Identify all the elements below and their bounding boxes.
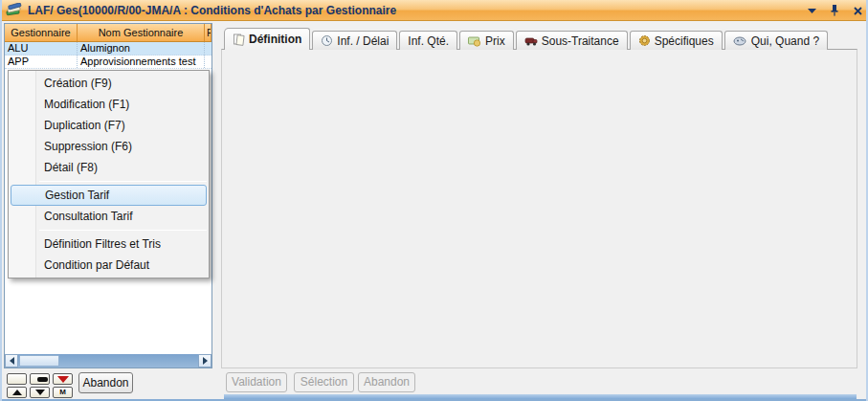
close-button[interactable] (851, 4, 864, 17)
validation-button[interactable]: Validation (226, 372, 287, 392)
clock-icon (321, 34, 333, 47)
tab-label: Qui, Quand ? (751, 34, 819, 48)
tab-label: Définition (249, 33, 301, 46)
gear-icon (638, 34, 651, 47)
m-marker-icon: M (59, 389, 66, 396)
window-menu-button[interactable] (805, 4, 818, 17)
menu-item-gestion-tarif[interactable]: Gestion Tarif (11, 185, 207, 206)
nav-current-record-button[interactable] (30, 373, 50, 385)
nav-down-button[interactable] (30, 387, 50, 398)
column-header-nom-gestionnaire[interactable]: Nom Gestionnaire (78, 24, 205, 41)
caret-up-icon (12, 390, 22, 395)
tab-definition[interactable]: Définition (224, 28, 310, 50)
tab-inf-delai[interactable]: Inf. / Délai (312, 31, 397, 50)
menu-item-detail[interactable]: Détail (F8) (9, 157, 209, 178)
caret-down-icon (35, 390, 45, 395)
books-stack-icon (6, 3, 22, 17)
app-window: LAF/ Ges(10000/R/00-JMA/A : Conditions d… (0, 0, 868, 401)
scroll-left-button[interactable] (5, 354, 18, 368)
scroll-right-button[interactable] (198, 354, 211, 368)
cell-name: Approvisionnements test (78, 56, 205, 68)
tab-label: Inf. / Délai (337, 34, 389, 48)
tab-inf-qte[interactable]: Inf. Qté. (399, 31, 457, 50)
tab-label: Sous-Traitance (542, 34, 619, 48)
machine-icon (524, 35, 538, 47)
close-icon (854, 7, 862, 15)
horizontal-scrollbar[interactable] (5, 354, 211, 368)
menu-item-definition-filtres[interactable]: Définition Filtres et Tris (9, 234, 209, 255)
push-pin-icon (830, 5, 839, 16)
cell-code: APP (5, 56, 78, 68)
chevron-down-icon (808, 9, 816, 13)
abandon-disabled-button[interactable]: Abandon (358, 372, 415, 392)
record-bar-icon (37, 377, 48, 382)
menu-item-duplication[interactable]: Duplication (F7) (9, 115, 209, 136)
tab-prix[interactable]: Prix (459, 31, 514, 50)
grid-header: Gestionnaire Nom Gestionnaire Fo (5, 24, 211, 42)
menu-item-creation[interactable]: Création (F9) (9, 73, 209, 94)
tab-strip: Définition Inf. / Délai Inf. Qté. Prix (224, 28, 830, 50)
tab-label: Prix (485, 34, 505, 48)
cell-code: ALU (5, 42, 78, 55)
document-icon (233, 33, 245, 46)
window-title: LAF/ Ges(10000/R/00-JMA/A : Conditions d… (28, 4, 396, 17)
nav-red-down-button[interactable] (53, 373, 73, 385)
menu-separator (39, 230, 207, 231)
table-row[interactable]: APP Approvisionnements test (5, 56, 211, 69)
abandon-button[interactable]: Abandon (78, 372, 133, 393)
arrow-right-icon (203, 357, 208, 365)
table-row[interactable]: ALU Alumignon (5, 42, 211, 56)
scrollbar-thumb[interactable] (19, 355, 59, 367)
clock-small-icon (733, 35, 747, 46)
selection-button[interactable]: Sélection (294, 372, 354, 392)
pin-button[interactable] (828, 4, 841, 17)
menu-item-condition-defaut[interactable]: Condition par Défaut (9, 255, 209, 276)
menu-item-consultation-tarif[interactable]: Consultation Tarif (9, 206, 209, 227)
menu-item-modification[interactable]: Modification (F1) (9, 94, 209, 115)
tab-sous-traitance[interactable]: Sous-Traitance (516, 31, 628, 50)
tab-specifiques[interactable]: Spécifiques (630, 31, 723, 50)
nav-blank-button[interactable] (7, 373, 27, 385)
tab-qui-quand[interactable]: Qui, Quand ? (724, 31, 828, 50)
cell-name: Alumignon (78, 42, 205, 55)
nav-up-button[interactable] (7, 387, 27, 398)
titlebar: LAF/ Ges(10000/R/00-JMA/A : Conditions d… (0, 0, 868, 21)
column-header-clipped[interactable]: Fo (205, 24, 211, 41)
column-header-gestionnaire[interactable]: Gestionnaire (5, 24, 78, 41)
red-caret-down-icon (57, 376, 69, 383)
nav-marker-button[interactable]: M (53, 387, 73, 398)
tab-label: Inf. Qté. (408, 34, 449, 48)
context-menu: Création (F9) Modification (F1) Duplicat… (8, 70, 210, 278)
money-icon (468, 35, 481, 47)
menu-item-suppression[interactable]: Suppression (F6) (9, 136, 209, 157)
arrow-left-icon (10, 357, 14, 365)
definition-tab-page (221, 49, 857, 368)
menu-separator (39, 181, 207, 182)
tab-label: Spécifiques (655, 34, 714, 48)
